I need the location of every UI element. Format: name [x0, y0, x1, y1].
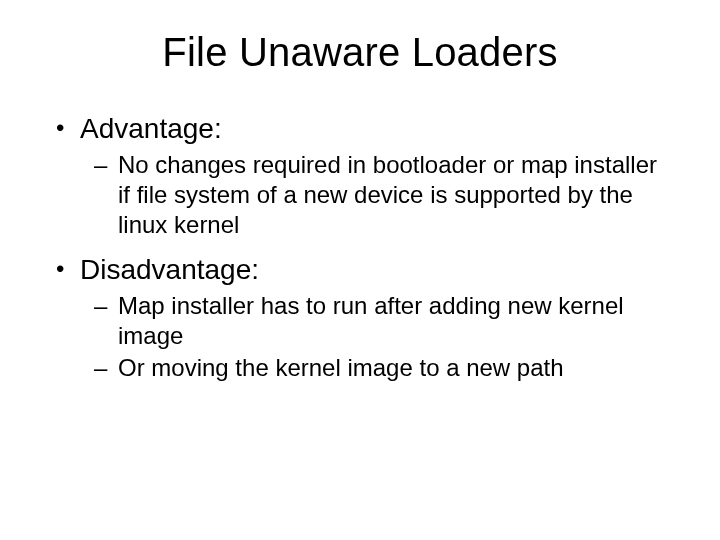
slide-title: File Unaware Loaders	[50, 30, 670, 75]
sub-list: No changes required in bootloader or map…	[80, 150, 670, 240]
bullet-disadvantage: Disadvantage: Map installer has to run a…	[50, 252, 670, 383]
bullet-advantage: Advantage: No changes required in bootlo…	[50, 111, 670, 240]
bullet-list: Advantage: No changes required in bootlo…	[50, 111, 670, 383]
bullet-label: Advantage:	[80, 113, 222, 144]
bullet-label: Disadvantage:	[80, 254, 259, 285]
sub-bullet: Map installer has to run after adding ne…	[80, 291, 670, 351]
sub-bullet: No changes required in bootloader or map…	[80, 150, 670, 240]
slide: File Unaware Loaders Advantage: No chang…	[0, 0, 720, 540]
sub-bullet: Or moving the kernel image to a new path	[80, 353, 670, 383]
sub-list: Map installer has to run after adding ne…	[80, 291, 670, 383]
